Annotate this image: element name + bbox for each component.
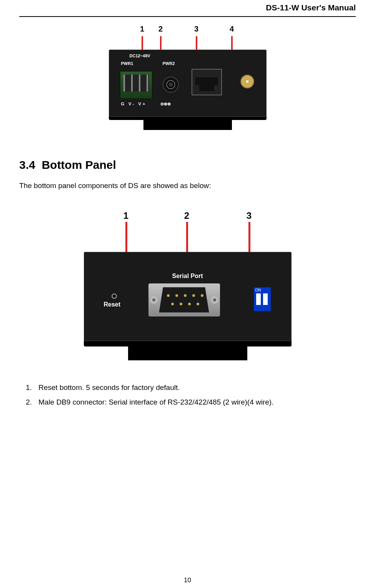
pin-labels: G V- V+	[121, 102, 147, 106]
component-list: Reset bottom. 5 seconds for factory defa…	[19, 380, 356, 410]
section-intro: The bottom panel components of DS are sh…	[19, 181, 356, 191]
db9-screw-icon	[211, 296, 218, 304]
page-header: DS-11-W User's Manual	[19, 0, 356, 16]
list-item: Reset bottom. 5 seconds for factory defa…	[34, 380, 356, 395]
voltage-label: DC12~48V	[130, 53, 150, 58]
figure-bottom-panel: 1 2 3 Serial Port Reset	[19, 199, 356, 365]
callout-b3: 3	[247, 210, 252, 221]
pwr2-label: PWR2	[163, 61, 175, 66]
section-title: Bottom Panel	[42, 158, 116, 171]
leader-line	[160, 36, 162, 51]
callout-b1: 1	[123, 210, 128, 221]
serial-port-label: Serial Port	[172, 273, 203, 280]
section-heading: 3.4 Bottom Panel	[19, 158, 356, 172]
callout-3: 3	[194, 25, 198, 33]
ethernet-port-icon	[192, 69, 222, 95]
dc-jack-icon	[163, 77, 179, 93]
header-rule	[19, 16, 356, 17]
leader-line	[196, 36, 197, 51]
device-base	[128, 341, 247, 360]
section-number: 3.4	[19, 158, 35, 171]
list-item: Male DB9 connector: Serial interface of …	[34, 395, 356, 410]
terminal-block-icon	[120, 71, 153, 99]
db9-screw-icon	[150, 296, 158, 304]
polarity-label: ⊖⊛⊕	[160, 102, 171, 107]
dip-switch-icon	[254, 287, 271, 311]
leader-line	[231, 36, 233, 51]
db9-connector-icon	[148, 283, 220, 316]
callout-b2: 2	[184, 210, 189, 221]
reset-label: Reset	[104, 301, 121, 308]
callout-4: 4	[230, 25, 234, 33]
antenna-connector-icon	[240, 75, 254, 88]
callout-1: 1	[140, 25, 144, 33]
device-base	[143, 117, 232, 130]
callout-2: 2	[158, 25, 163, 33]
device-bottom-view: Serial Port Reset	[84, 252, 292, 341]
device-top-view: DC12~48V PWR1 PWR2 G V- V+ ⊖⊛⊕	[109, 50, 267, 117]
leader-line	[142, 36, 143, 51]
reset-button-icon	[112, 293, 117, 299]
pwr1-label: PWR1	[121, 61, 133, 66]
page-number: 10	[0, 576, 375, 584]
figure-top-panel: 1 2 3 4 DC12~48V PWR1 PWR2 G V- V+ ⊖⊛⊕	[19, 25, 356, 132]
